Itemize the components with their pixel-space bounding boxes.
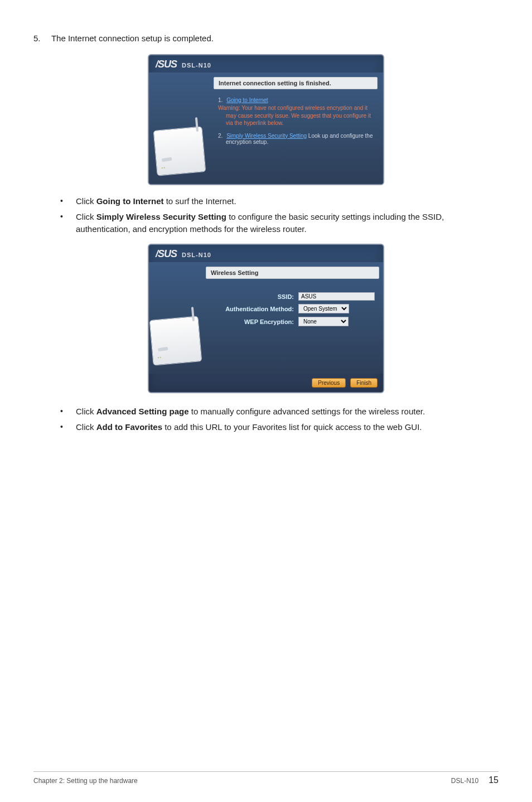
text: to manually configure advanced settings … <box>191 407 425 416</box>
text: Click <box>76 196 96 206</box>
router-ui-header: /SUS DSL-N10 <box>149 245 383 262</box>
text: to surf the Internet. <box>166 196 236 206</box>
bold-term: Add to Favorites <box>96 422 162 432</box>
page-footer: Chapter 2: Setting up the hardware DSL-N… <box>33 771 499 785</box>
sidebar: •• <box>149 262 202 374</box>
wep-encryption-label: WEP Encryption: <box>210 318 298 325</box>
list-item: Click Simply Wireless Security Setting t… <box>56 211 499 235</box>
screenshot-connection-finished: /SUS DSL-N10 •• Internet connection sett… <box>148 54 384 185</box>
auth-method-select[interactable]: Open System <box>298 304 349 313</box>
auth-method-label: Authentication Method: <box>210 306 298 312</box>
chapter-label: Chapter 2: Setting up the hardware <box>33 777 138 785</box>
bold-term: Simply Wireless Security Setting <box>96 212 226 221</box>
instruction-list-1: Click Going to Internet to surf the Inte… <box>56 195 499 235</box>
bold-term: Going to Internet <box>96 196 164 206</box>
finish-button[interactable]: Finish <box>350 378 378 388</box>
router-leds-icon: •• <box>161 165 166 171</box>
wep-encryption-select[interactable]: None <box>298 317 349 326</box>
previous-button[interactable]: Previous <box>312 378 346 388</box>
text: to add this URL to your Favorites list f… <box>165 422 422 432</box>
bold-term: Advanced Setting page <box>96 407 189 416</box>
going-to-internet-link[interactable]: Going to Internet <box>226 97 268 103</box>
panel-title: Internet connection setting is finished. <box>214 77 378 89</box>
instruction-list-2: Click Advanced Setting page to manually … <box>56 405 499 433</box>
router-icon: •• <box>149 316 202 366</box>
text: Click <box>76 212 96 221</box>
step-line: 5. The Internet connection setup is comp… <box>33 33 499 43</box>
step-number: 5. <box>33 33 49 43</box>
list-item: Click Going to Internet to surf the Inte… <box>56 195 499 207</box>
router-leds-icon: •• <box>157 355 162 361</box>
sidebar: •• <box>149 73 210 184</box>
router-icon: •• <box>153 126 206 176</box>
panel-title: Wireless Setting <box>206 267 379 279</box>
model-label: DSL-N10 <box>182 252 211 258</box>
model-label: DSL-N10 <box>182 62 211 69</box>
ssid-input[interactable] <box>298 292 375 301</box>
asus-logo: /SUS <box>156 59 177 70</box>
text: Click <box>76 407 96 416</box>
router-ui-header: /SUS DSL-N10 <box>149 55 383 73</box>
option-going-to-internet: 1. Going to Internet Warning: Your have … <box>218 97 373 127</box>
wizard-footer: Previous Finish <box>149 374 383 392</box>
footer-model: DSL-N10 <box>451 777 478 785</box>
simply-wireless-security-link[interactable]: Simply Wireless Security Setting <box>226 133 307 139</box>
ssid-label: SSID: <box>210 293 298 300</box>
screenshot-wireless-setting: /SUS DSL-N10 •• Wireless Setting SSID: A… <box>148 244 384 393</box>
step-text: The Internet connection setup is complet… <box>51 33 214 43</box>
asus-logo: /SUS <box>156 248 177 260</box>
list-item: Click Add to Favorites to add this URL t… <box>56 421 499 433</box>
list-number: 2. <box>218 133 223 139</box>
list-number: 1. <box>218 97 223 103</box>
page-number: 15 <box>489 775 499 785</box>
list-item: Click Advanced Setting page to manually … <box>56 405 499 418</box>
option-wireless-security: 2. Simply Wireless Security Setting Look… <box>218 133 373 145</box>
text: Click <box>76 422 96 432</box>
wireless-warning-text: Warning: Your have not configured wirele… <box>226 104 373 127</box>
